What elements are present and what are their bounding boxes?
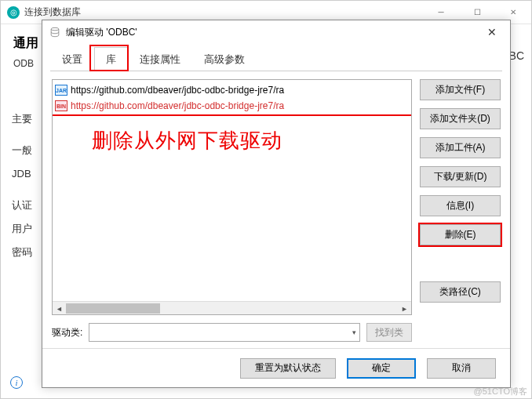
add-folder-button[interactable]: 添加文件夹(D)	[420, 108, 501, 129]
list-item-url: https://github.com/dbeaver/jdbc-odbc-bri…	[71, 85, 284, 96]
driver-class-label: 驱动类:	[52, 326, 82, 339]
find-class-button: 找到类	[366, 323, 412, 342]
jar-icon: JAR	[55, 85, 67, 96]
add-artifact-button[interactable]: 添加工件(A)	[420, 137, 501, 158]
bg-window-title: 连接到数据库	[24, 5, 81, 19]
annotation-text: 删除从外网下载驱动	[92, 127, 282, 154]
add-file-button[interactable]: 添加文件(F)	[420, 79, 501, 100]
modal-body: JAR https://github.com/dbeaver/jdbc-odbc…	[42, 71, 510, 348]
horizontal-scrollbar[interactable]: ◄ ►	[53, 301, 411, 314]
bg-side-user: 用户	[12, 217, 32, 241]
bg-side-jdb: JDB	[12, 162, 32, 186]
edit-driver-dialog: 编辑驱动 'ODBC' ✕ 设置 库 连接属性 高级参数 JAR https:/…	[42, 20, 511, 388]
bin-icon: BIN	[55, 100, 67, 111]
bg-side-main: 主要	[12, 107, 32, 131]
bg-side-general: 一般	[12, 139, 32, 162]
tab-settings[interactable]: 设置	[50, 47, 94, 71]
delete-button[interactable]: 删除(E)	[420, 224, 501, 245]
bg-side-auth: 认证	[12, 194, 32, 217]
scroll-thumb[interactable]	[66, 303, 160, 314]
modal-close-button[interactable]: ✕	[474, 20, 510, 44]
library-buttons: 添加文件(F) 添加文件夹(D) 添加工件(A) 下载/更新(D) 信息(I) …	[420, 79, 501, 342]
tab-library[interactable]: 库	[94, 47, 128, 71]
button-gap	[420, 253, 501, 274]
modal-title: 编辑驱动 'ODBC'	[66, 26, 137, 39]
svg-point-0	[51, 27, 59, 31]
library-list[interactable]: JAR https://github.com/dbeaver/jdbc-odbc…	[52, 79, 412, 315]
download-update-button[interactable]: 下载/更新(D)	[420, 166, 501, 187]
library-panel: JAR https://github.com/dbeaver/jdbc-odbc…	[52, 79, 412, 342]
app-icon: ◎	[7, 6, 20, 19]
tab-connection-properties[interactable]: 连接属性	[128, 47, 192, 71]
bg-side-labels: 主要 一般 JDB 认证 用户 密码	[12, 107, 32, 264]
driver-class-select[interactable]: ▾	[89, 323, 360, 342]
chevron-down-icon: ▾	[352, 328, 356, 336]
reset-defaults-button[interactable]: 重置为默认状态	[240, 358, 336, 379]
tab-bar: 设置 库 连接属性 高级参数	[50, 47, 502, 71]
tab-advanced-params[interactable]: 高级参数	[192, 47, 257, 71]
list-item[interactable]: BIN https://github.com/dbeaver/jdbc-odbc…	[55, 98, 409, 114]
classpath-button[interactable]: 类路径(C)	[420, 281, 501, 303]
modal-titlebar: 编辑驱动 'ODBC' ✕	[42, 20, 510, 44]
list-item[interactable]: JAR https://github.com/dbeaver/jdbc-odbc…	[55, 82, 409, 98]
scroll-right-icon[interactable]: ►	[398, 302, 411, 315]
info-icon[interactable]: i	[10, 376, 23, 389]
bg-side-pwd: 密码	[12, 241, 32, 264]
modal-footer: 重置为默认状态 确定 取消	[42, 348, 510, 387]
cancel-button[interactable]: 取消	[427, 358, 496, 379]
list-item-url: https://github.com/dbeaver/jdbc-odbc-bri…	[71, 100, 284, 111]
driver-class-row: 驱动类: ▾ 找到类	[52, 323, 412, 342]
scroll-left-icon[interactable]: ◄	[53, 302, 66, 315]
info-button[interactable]: 信息(I)	[420, 195, 501, 216]
ok-button[interactable]: 确定	[347, 358, 416, 379]
database-icon	[49, 26, 61, 38]
